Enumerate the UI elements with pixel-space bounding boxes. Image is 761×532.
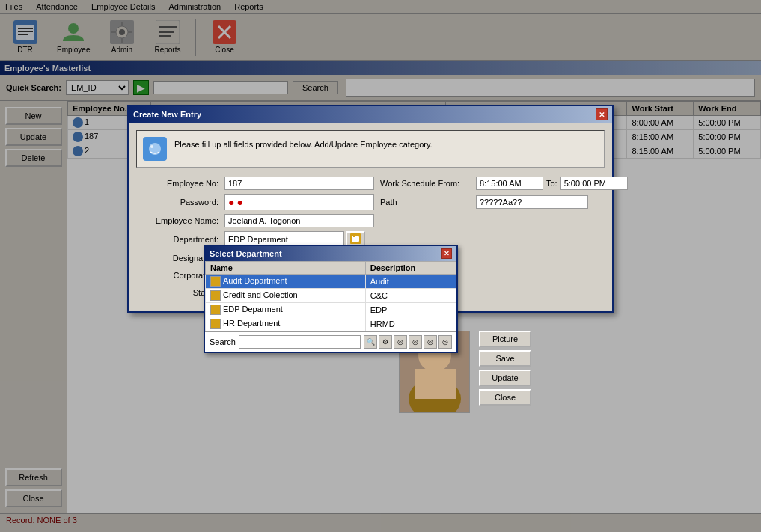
search-icon-2[interactable]: ⚙	[379, 335, 392, 349]
sub-search-icons: 🔍 ⚙ ◎ ◎ ◎ ◎	[364, 335, 452, 349]
action-buttons: Picture Save Update Close	[479, 331, 531, 406]
sub-search-bar: Search 🔍 ⚙ ◎ ◎ ◎ ◎	[205, 331, 456, 352]
close-dialog-button[interactable]: Close	[479, 389, 531, 406]
sub-dialog-close-button[interactable]: ✕	[441, 248, 452, 259]
dept-search-input[interactable]	[239, 335, 361, 349]
dept-row[interactable]: Audit Department Audit	[206, 275, 456, 289]
work-from-input[interactable]	[476, 177, 543, 190]
update-button[interactable]: Update	[479, 370, 531, 386]
search-icon-1[interactable]: 🔍	[364, 335, 377, 349]
password-label: Password:	[136, 198, 218, 207]
dialog-info-icon	[143, 137, 167, 161]
dialog-close-button[interactable]: ✕	[596, 108, 608, 120]
dialog-title: Create New Entry	[133, 110, 201, 119]
dept-row[interactable]: HR Department HRMD	[206, 317, 456, 331]
dept-table-container: Name Description Audit Department Audit …	[205, 261, 456, 331]
save-button[interactable]: Save	[479, 350, 531, 367]
emp-name-label: Employee Name:	[136, 216, 218, 225]
emp-name-input[interactable]	[224, 214, 374, 227]
svg-point-22	[150, 145, 153, 148]
dept-col-name: Name	[206, 262, 366, 275]
dept-row[interactable]: EDP Deparment EDP	[206, 303, 456, 317]
search-icon-5[interactable]: ◎	[424, 335, 437, 349]
select-department-dialog: Select Department ✕ Name Description Aud…	[204, 245, 458, 353]
path-label: Path	[380, 198, 470, 207]
dept-label: Department:	[136, 235, 218, 244]
dept-table: Name Description Audit Department Audit …	[205, 261, 456, 331]
emp-no-label: Employee No:	[136, 179, 218, 188]
svg-rect-29	[415, 369, 456, 399]
picture-button[interactable]: Picture	[479, 331, 531, 347]
sub-search-label: Search	[210, 337, 236, 346]
dialog-info: Please fill up all fields provided below…	[136, 130, 605, 168]
sub-dialog-title: Select Department	[210, 249, 282, 258]
emp-no-input[interactable]	[224, 177, 374, 190]
search-icon-4[interactable]: ◎	[409, 335, 422, 349]
search-icon-6[interactable]: ◎	[438, 335, 452, 349]
dialog-info-text: Please fill up all fields provided below…	[174, 137, 433, 149]
password-input[interactable]	[224, 194, 374, 210]
work-schedule-label: Work Schedule From:	[380, 179, 470, 188]
svg-rect-24	[352, 236, 359, 242]
svg-rect-25	[353, 235, 355, 237]
work-to-label: To:	[546, 179, 557, 188]
create-entry-dialog: Create New Entry ✕ Please fill up all fi…	[127, 105, 614, 313]
dept-col-desc: Description	[365, 262, 456, 275]
path-input[interactable]	[476, 195, 588, 209]
search-icon-3[interactable]: ◎	[394, 335, 407, 349]
sub-dialog-titlebar: Select Department ✕	[205, 246, 456, 261]
dept-row[interactable]: Credit and Colection C&C	[206, 289, 456, 303]
dialog-titlebar: Create New Entry ✕	[129, 106, 612, 123]
work-to-input[interactable]	[560, 177, 628, 190]
